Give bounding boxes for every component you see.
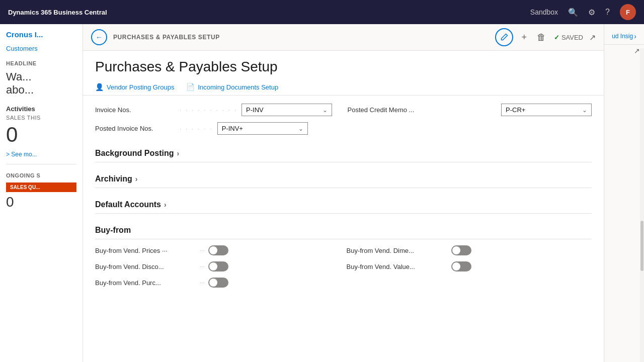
sales-quote-label: SALES QU...: [6, 183, 76, 192]
scrollbar-track: [640, 48, 644, 362]
sidebar-headline: Wa...abo...: [0, 68, 83, 99]
avatar[interactable]: F: [620, 4, 636, 20]
buy-from-vend-dime-toggle[interactable]: [451, 245, 471, 255]
form-area: Invoice Nos. · · · · · · · · · · P-INV ⌄…: [83, 96, 604, 362]
posted-credit-memo-label: Posted Credit Memo ...: [348, 106, 428, 114]
background-posting-chevron: ›: [177, 149, 179, 157]
scrollbar-thumb[interactable]: [640, 221, 643, 271]
posted-invoice-nos-value: P-INV+: [222, 125, 243, 132]
buy-from-vend-purc-toggle[interactable]: [208, 278, 228, 288]
buy-from-vend-prices-field: Buy-from Vend. Prices ··· ···: [95, 245, 341, 255]
page-title-area: Purchases & Payables Setup: [83, 51, 604, 79]
posted-credit-memo-value: P-CR+: [506, 106, 525, 114]
buy-from-vend-disco-toggle[interactable]: [208, 261, 228, 272]
collapse-icon[interactable]: ↗: [634, 47, 640, 55]
delete-icon[interactable]: 🗑: [535, 30, 548, 45]
topbar-right: Sandbox 🔍 ⚙ ? F: [530, 4, 636, 20]
breadcrumb: PURCHASES & PAYABLES SETUP: [113, 34, 489, 41]
archiving-chevron: ›: [135, 175, 138, 183]
dots-1: ···: [200, 247, 204, 253]
invoice-nos-field: Invoice Nos. · · · · · · · · · · P-INV ⌄: [95, 104, 340, 116]
edit-button[interactable]: [495, 28, 513, 46]
tab-incoming-docs[interactable]: 📄 Incoming Documents Setup: [186, 83, 278, 91]
invoice-nos-value: P-INV: [246, 106, 264, 114]
posted-invoice-nos-row: Posted Invoice Nos. · · · · · · P-INV+ ⌄: [95, 122, 592, 135]
posted-credit-memo-dropdown[interactable]: P-CR+ ⌄: [501, 104, 592, 116]
saved-label: SAVED: [561, 34, 583, 41]
topbar-left: Dynamics 365 Business Central: [8, 9, 107, 16]
buy-from-label: Buy-from: [95, 226, 131, 235]
breadcrumb-actions: + 🗑 ✓ SAVED ↗: [495, 28, 596, 46]
saved-indicator: ✓ SAVED: [554, 34, 583, 41]
buy-from-vend-value-label: Buy-from Vend. Value...: [347, 263, 447, 270]
add-icon[interactable]: +: [519, 30, 529, 45]
buy-from-vend-dime-field: Buy-from Vend. Dime...: [347, 245, 592, 255]
posted-invoice-nos-dots: · · · · · ·: [180, 126, 213, 132]
see-more-link[interactable]: > See mo...: [0, 149, 83, 160]
invoice-nos-label: Invoice Nos.: [95, 106, 176, 114]
buy-from-vend-value-field: Buy-from Vend. Value...: [347, 261, 592, 272]
buy-from-vend-disco-label: Buy-from Vend. Disco...: [95, 263, 196, 270]
app-title: Dynamics 365 Business Central: [8, 9, 107, 16]
posted-invoice-nos-label: Posted Invoice Nos.: [95, 125, 176, 132]
content-panel: ← PURCHASES & PAYABLES SETUP + 🗑 ✓ SAVED…: [83, 24, 604, 362]
buy-from-vend-prices-toggle[interactable]: [208, 245, 228, 255]
posted-credit-memo-chevron: ⌄: [582, 107, 587, 114]
invoice-nos-dots: · · · · · · · · · ·: [180, 107, 237, 113]
posted-invoice-nos-dropdown[interactable]: P-INV+ ⌄: [217, 122, 308, 135]
tab-vendor-label: Vendor Posting Groups: [107, 83, 174, 91]
background-posting-section[interactable]: Background Posting ›: [95, 141, 592, 162]
activities-number: 0: [0, 121, 83, 149]
document-icon: 📄: [186, 83, 195, 91]
expand-icon[interactable]: ↗: [589, 33, 596, 42]
sidebar: Cronus I... Customers HEADLINE Wa...abo.…: [0, 24, 83, 362]
invoice-nos-dropdown[interactable]: P-INV ⌄: [242, 104, 332, 116]
dots-2: ···: [200, 263, 204, 269]
settings-icon[interactable]: ⚙: [588, 8, 595, 17]
buy-from-vend-purc-label: Buy-from Vend. Purc...: [95, 279, 196, 287]
buy-from-vend-purc-field: Buy-from Vend. Purc... ···: [95, 278, 341, 288]
breadcrumb-bar: ← PURCHASES & PAYABLES SETUP + 🗑 ✓ SAVED…: [83, 24, 604, 51]
buy-from-grid: Buy-from Vend. Prices ··· ··· Buy-from V…: [95, 245, 592, 288]
archiving-section[interactable]: Archiving ›: [95, 166, 592, 188]
posted-invoice-nos-chevron: ⌄: [298, 125, 303, 132]
headline-label: HEADLINE: [0, 54, 83, 68]
main-layout: Cronus I... Customers HEADLINE Wa...abo.…: [0, 24, 644, 362]
vendor-icon: 👤: [95, 83, 104, 91]
tab-incoming-label: Incoming Documents Setup: [198, 83, 278, 91]
default-accounts-section[interactable]: Default Accounts ›: [95, 192, 592, 214]
invoice-nos-chevron: ⌄: [323, 107, 328, 114]
saved-check: ✓: [554, 34, 559, 41]
pencil-icon: [500, 33, 508, 41]
buy-from-vend-dime-label: Buy-from Vend. Dime...: [347, 247, 447, 254]
posted-credit-memo-field: Posted Credit Memo ... P-CR+ ⌄: [348, 104, 592, 116]
posted-invoice-nos-field: Posted Invoice Nos. · · · · · · P-INV+ ⌄: [95, 122, 592, 135]
ongoing-number: 0: [0, 194, 83, 210]
archiving-label: Archiving: [95, 174, 132, 184]
back-button[interactable]: ←: [91, 29, 107, 45]
buy-from-vend-prices-label: Buy-from Vend. Prices ···: [95, 247, 196, 254]
activities-sub: SALES THIS: [0, 115, 83, 121]
buy-from-vend-disco-field: Buy-from Vend. Disco... ···: [95, 261, 341, 272]
customers-link[interactable]: Customers: [0, 43, 83, 54]
dots-3: ···: [200, 280, 204, 286]
company-name[interactable]: Cronus I...: [0, 30, 83, 43]
background-posting-label: Background Posting: [95, 149, 174, 158]
ongoing-label: ONGOING S: [0, 168, 83, 180]
topbar: Dynamics 365 Business Central Sandbox 🔍 …: [0, 0, 644, 24]
activities-label: Activities: [0, 99, 83, 115]
environment-label: Sandbox: [530, 8, 558, 16]
search-icon[interactable]: 🔍: [568, 8, 578, 17]
insight-chevron: ›: [634, 32, 636, 40]
help-icon[interactable]: ?: [605, 8, 610, 17]
invoice-nos-row: Invoice Nos. · · · · · · · · · · P-INV ⌄…: [95, 104, 592, 116]
insight-link[interactable]: ud Insig: [612, 33, 633, 40]
tab-vendor-posting[interactable]: 👤 Vendor Posting Groups: [95, 83, 174, 91]
tabs-row: 👤 Vendor Posting Groups 📄 Incoming Docum…: [83, 79, 604, 96]
buy-from-section-header: Buy-from: [95, 218, 592, 239]
page-title: Purchases & Payables Setup: [95, 59, 592, 75]
default-accounts-label: Default Accounts: [95, 200, 161, 209]
default-accounts-chevron: ›: [164, 201, 167, 209]
buy-from-vend-value-toggle[interactable]: [451, 261, 471, 272]
insight-panel: ud Insig › ↗: [604, 24, 644, 362]
